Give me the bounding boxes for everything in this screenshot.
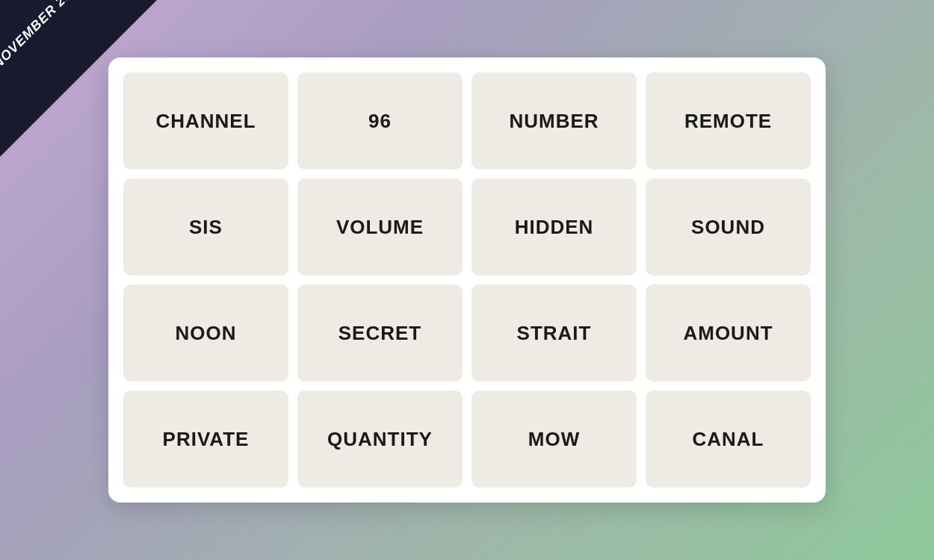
grid-cell-11[interactable]: AMOUNT <box>646 284 811 382</box>
grid-cell-10[interactable]: STRAIT <box>471 284 637 382</box>
grid-cell-14[interactable]: MOW <box>471 391 637 488</box>
grid-cell-0[interactable]: CHANNEL <box>123 72 288 169</box>
grid-cell-text-4: SIS <box>189 216 223 239</box>
grid-cell-text-0: CHANNEL <box>155 110 256 133</box>
grid-cell-text-1: 96 <box>368 110 392 133</box>
grid-cell-1[interactable]: 96 <box>297 72 463 169</box>
grid-cell-text-14: MOW <box>528 428 580 451</box>
grid-cell-text-15: CANAL <box>693 428 764 451</box>
grid-cell-12[interactable]: PRIVATE <box>123 391 288 488</box>
grid-cell-text-8: NOON <box>176 322 237 345</box>
word-grid: CHANNEL96NUMBERREMOTESISVOLUMEHIDDENSOUN… <box>123 72 811 488</box>
grid-cell-4[interactable]: SIS <box>123 178 288 276</box>
grid-cell-text-6: HIDDEN <box>515 216 594 239</box>
grid-cell-text-11: AMOUNT <box>683 322 773 345</box>
grid-cell-7[interactable]: SOUND <box>646 178 811 276</box>
grid-cell-text-7: SOUND <box>691 216 765 239</box>
grid-cell-6[interactable]: HIDDEN <box>471 178 637 276</box>
grid-cell-8[interactable]: NOON <box>123 284 288 382</box>
grid-cell-text-2: NUMBER <box>509 110 599 133</box>
grid-cell-15[interactable]: CANAL <box>646 391 811 488</box>
grid-cell-text-12: PRIVATE <box>163 428 250 451</box>
main-card: CHANNEL96NUMBERREMOTESISVOLUMEHIDDENSOUN… <box>108 57 826 503</box>
grid-cell-text-10: STRAIT <box>517 322 592 345</box>
banner-date: NOVEMBER 25 <box>0 0 75 72</box>
grid-cell-text-3: REMOTE <box>684 110 772 133</box>
grid-cell-3[interactable]: REMOTE <box>646 72 811 169</box>
grid-cell-text-5: VOLUME <box>336 216 424 239</box>
grid-cell-5[interactable]: VOLUME <box>297 178 463 276</box>
grid-cell-text-9: SECRET <box>338 322 421 345</box>
grid-cell-13[interactable]: QUANTITY <box>297 391 463 488</box>
grid-cell-9[interactable]: SECRET <box>297 284 463 382</box>
grid-cell-text-13: QUANTITY <box>327 428 433 451</box>
grid-cell-2[interactable]: NUMBER <box>471 72 637 169</box>
